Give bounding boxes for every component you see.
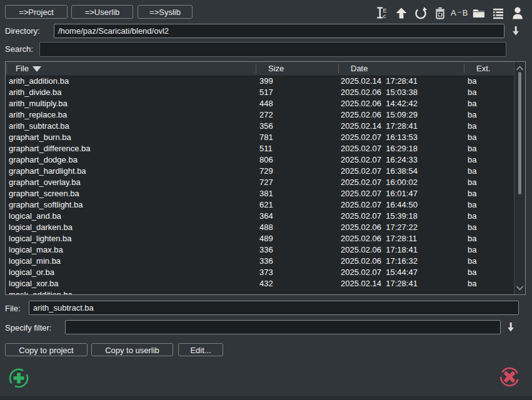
column-header-size[interactable]: Size: [268, 62, 284, 76]
table-row[interactable]: arith_multiply.ba 448 2025.02.06 14:42:4…: [6, 98, 514, 109]
down-arrow-icon: [506, 321, 516, 332]
table-row[interactable]: arith_replace.ba 272 2025.02.06 15:09:29…: [6, 109, 514, 121]
table-row[interactable]: graphart_softlight.ba 621 2025.02.07 16:…: [6, 199, 514, 211]
file-size-cell: 381: [259, 188, 273, 199]
table-row[interactable]: logical_lighten.ba 489 2025.02.06 17:28:…: [6, 233, 514, 244]
column-header-file[interactable]: File: [16, 62, 29, 76]
file-date-cell: 2025.02.07 16:01:47: [341, 188, 418, 199]
table-scrollbar[interactable]: [514, 62, 525, 294]
file-browser-window: =>Project =>Userlib =>Syslib E c: [0, 0, 532, 400]
column-header-date[interactable]: Date: [351, 62, 368, 76]
file-date-cell: 2025.02.06 17:28:11: [341, 233, 417, 244]
file-name-cell: logical_or.ba: [9, 267, 54, 278]
table-row[interactable]: graphart_difference.ba 511 2025.02.07 16…: [6, 143, 514, 154]
file-name-cell: arith_subtract.ba: [9, 121, 69, 132]
table-row[interactable]: graphart_overlay.ba 727 2025.02.07 16:00…: [6, 177, 514, 188]
table-row[interactable]: graphart_dodge.ba 806 2025.02.07 16:24:3…: [6, 154, 514, 166]
folder-icon[interactable]: [471, 6, 486, 21]
column-header-ext[interactable]: Ext.: [476, 62, 490, 76]
table-row[interactable]: logical_and.ba 364 2025.02.07 15:39:18 b…: [6, 211, 514, 222]
refresh-icon[interactable]: [413, 6, 428, 21]
table-row[interactable]: arith_addition.ba 399 2025.02.14 17:28:4…: [6, 76, 514, 87]
file-size-cell: 432: [259, 278, 273, 289]
rename-ab-icon[interactable]: A→B: [452, 6, 466, 21]
file-table: File Size Date Ext. arith_addition.ba 39…: [5, 61, 526, 295]
file-date-cell: 2025.02.07 15:39:18: [341, 211, 418, 222]
file-size-cell: 336: [259, 244, 273, 256]
search-input[interactable]: [39, 42, 506, 57]
file-name-cell: graphart_difference.ba: [9, 143, 91, 154]
table-row[interactable]: logical_darken.ba 488 2025.02.06 17:27:2…: [6, 222, 514, 233]
file-size-cell: 356: [259, 121, 273, 132]
file-name-cell: arith_divide.ba: [9, 87, 62, 98]
file-ext-cell: ba: [468, 267, 476, 278]
file-size-cell: 781: [259, 132, 273, 143]
file-size-cell: 364: [259, 211, 273, 222]
file-ext-cell: ba: [468, 154, 476, 166]
table-row[interactable]: arith_divide.ba 517 2025.02.06 15:03:38 …: [6, 87, 514, 98]
table-row[interactable]: graphart_burn.ba 781 2025.02.07 16:13:53…: [6, 132, 514, 143]
table-row[interactable]: mask_addition.ba: [6, 289, 514, 294]
scrollbar-thumb[interactable]: [518, 72, 521, 194]
file-size-cell: 517: [259, 87, 273, 98]
plus-circle-icon: [8, 368, 31, 390]
edit-button[interactable]: Edit...: [178, 343, 223, 356]
file-ext-cell: ba: [468, 143, 476, 154]
copy-to-userlib-button[interactable]: Copy to userlib: [91, 343, 173, 356]
file-ext-cell: ba: [468, 121, 476, 132]
file-ext-cell: ba: [468, 233, 476, 244]
file-ext-cell: ba: [468, 211, 476, 222]
svg-text:c: c: [383, 13, 386, 19]
file-name-cell: logical_max.ba: [9, 244, 63, 256]
file-ext-cell: ba: [468, 199, 476, 211]
table-row[interactable]: logical_or.ba 373 2025.02.07 15:44:47 ba: [6, 267, 514, 278]
directory-input[interactable]: [54, 24, 504, 38]
file-date-cell: 2025.02.07 15:44:47: [341, 267, 418, 278]
text-cursor-case-icon[interactable]: E c: [374, 6, 389, 21]
scroll-down-button[interactable]: [516, 283, 524, 292]
file-date-cell: 2025.02.14 17:28:41: [341, 278, 418, 289]
table-row[interactable]: logical_min.ba 336 2025.02.06 17:16:32 b…: [6, 256, 514, 267]
file-date-cell: 2025.02.07 16:00:02: [341, 177, 418, 188]
file-ext-cell: ba: [468, 177, 476, 188]
directory-dropdown-button[interactable]: [509, 24, 522, 37]
file-date-cell: 2025.02.06 17:16:32: [341, 256, 418, 267]
trash-icon[interactable]: [433, 6, 447, 21]
file-ext-cell: ba: [468, 98, 476, 109]
down-arrow-icon: [511, 25, 521, 36]
to-project-button[interactable]: =>Project: [5, 5, 68, 19]
filter-label: Specify filter:: [5, 323, 51, 333]
file-size-cell: 511: [259, 143, 273, 154]
copy-to-project-button[interactable]: Copy to project: [5, 343, 88, 356]
file-input[interactable]: [29, 301, 519, 315]
svg-text:E: E: [383, 8, 387, 14]
table-row[interactable]: logical_xor.ba 432 2025.02.14 17:28:41 b…: [6, 278, 514, 289]
table-row[interactable]: logical_max.ba 336 2025.02.06 17:18:41 b…: [6, 244, 514, 256]
sort-descending-icon: [33, 66, 41, 72]
file-ext-cell: ba: [468, 76, 476, 87]
list-view-icon[interactable]: [491, 6, 505, 21]
file-label: File:: [5, 304, 21, 314]
table-row[interactable]: graphart_hardlight.ba 729 2025.02.07 16:…: [6, 166, 514, 177]
table-row[interactable]: arith_subtract.ba 356 2025.02.14 17:28:4…: [6, 121, 514, 132]
table-row[interactable]: graphart_screen.ba 381 2025.02.07 16:01:…: [6, 188, 514, 199]
directory-label: Directory:: [5, 26, 40, 36]
window-bottom-edge: [0, 396, 532, 400]
to-userlib-button[interactable]: =>Userlib: [71, 5, 133, 19]
user-icon[interactable]: [510, 6, 524, 21]
file-name-cell: mask_addition.ba: [9, 289, 73, 294]
add-button[interactable]: [8, 368, 31, 390]
filter-input[interactable]: [65, 320, 501, 334]
file-ext-cell: ba: [468, 87, 476, 98]
close-button[interactable]: [499, 366, 521, 388]
file-size-cell: 727: [259, 177, 273, 188]
file-ext-cell: ba: [468, 222, 476, 233]
file-size-cell: 621: [259, 199, 273, 211]
filter-dropdown-button[interactable]: [504, 321, 517, 333]
file-size-cell: 806: [259, 154, 273, 166]
file-name-cell: graphart_softlight.ba: [9, 199, 83, 211]
up-arrow-icon[interactable]: [394, 6, 408, 21]
file-date-cell: 2025.02.14 17:28:41: [341, 76, 418, 87]
file-size-cell: 399: [259, 76, 273, 87]
to-syslib-button[interactable]: =>Syslib: [138, 5, 193, 19]
